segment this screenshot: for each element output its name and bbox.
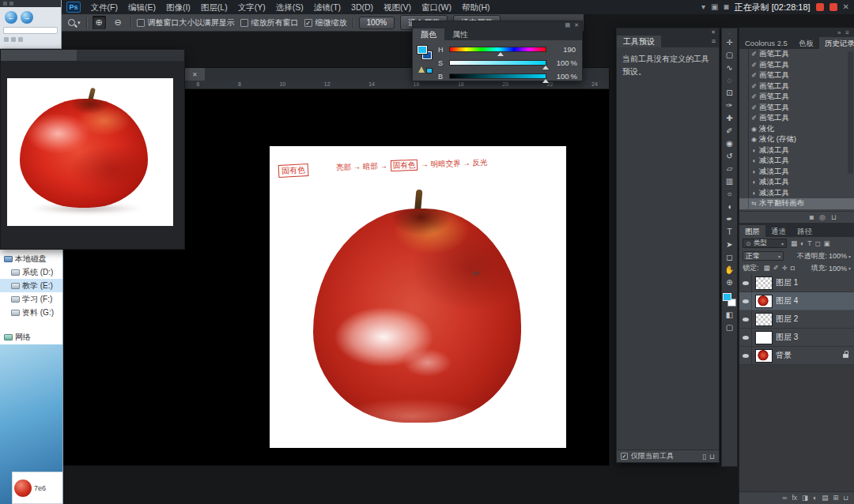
layer-row[interactable]: 图层 1 [739, 274, 854, 292]
eyedropper-tool[interactable]: ✑ [722, 100, 737, 112]
scrollbar[interactable] [848, 51, 853, 174]
camera-icon[interactable]: ◙ [724, 0, 729, 14]
panel-tab[interactable]: 图层 [739, 225, 765, 237]
zoom-out-button[interactable]: ⊖ [111, 16, 125, 29]
close-tab-icon[interactable]: ✕ [192, 71, 198, 78]
history-entry[interactable]: ◉ 液化 (存储) [739, 134, 854, 145]
visibility-toggle[interactable] [739, 329, 752, 346]
blend-mode-select[interactable]: 正常 ▾ [743, 251, 784, 261]
layer-thumbnail[interactable] [755, 313, 773, 326]
layer-thumbnail[interactable] [755, 349, 773, 363]
history-entry[interactable]: ⇆ 水平翻转画布 [739, 198, 854, 209]
history-brush-source[interactable] [741, 167, 749, 178]
lock-all-icon[interactable]: ◘ [791, 265, 795, 272]
filter-shape-layers-icon[interactable]: ◻ [814, 240, 820, 247]
quick-mask-button[interactable]: ◧ [722, 309, 737, 322]
history-entry[interactable]: ◖ 减淡工具 [739, 177, 854, 188]
menu-item[interactable]: 窗口(W) [417, 0, 457, 14]
slider-value[interactable]: 190 [550, 45, 577, 54]
history-entry[interactable]: ✐ 画笔工具 [739, 103, 854, 114]
color-swatches[interactable] [723, 293, 736, 307]
layer-thumbnail[interactable] [755, 276, 773, 290]
zoom-tool-badge[interactable]: ▾ [68, 19, 81, 26]
foreground-color-chip[interactable] [418, 46, 427, 54]
tab-tool-presets[interactable]: 工具预设 [617, 36, 661, 47]
quick-selection-tool[interactable]: ◌ [722, 74, 737, 87]
history-brush-tool[interactable]: ↺ [722, 150, 737, 163]
opacity-control[interactable]: 不透明度: 100% ▾ [796, 251, 851, 261]
panel-dragbar[interactable]: ▤ ✕ [413, 21, 582, 28]
history-brush-source[interactable] [741, 188, 749, 199]
history-entry[interactable]: ◖ 减淡工具 [739, 145, 854, 156]
new-preset-icon[interactable]: ▯ [702, 453, 706, 461]
panel-tab[interactable]: 通道 [765, 225, 792, 237]
filter-adjustment-layers-icon[interactable]: ◐ [800, 240, 804, 247]
rectangular-marquee-tool[interactable]: ▢ [722, 49, 737, 62]
crop-tool[interactable]: ⊡ [722, 87, 737, 100]
reference-doc-tab[interactable] [1, 50, 77, 61]
monitor-icon[interactable]: ▣ [711, 0, 718, 14]
path-selection-tool[interactable]: ➤ [722, 239, 737, 251]
lock-pixels-icon[interactable]: ✐ [773, 265, 779, 272]
new-layer-icon[interactable]: ⊞ [833, 495, 838, 502]
layer-filter-dropdown[interactable]: ⊙ 类型 ▾ [743, 239, 787, 248]
history-brush-source[interactable] [741, 92, 749, 103]
link-layers-icon[interactable]: ∞ [782, 495, 787, 502]
move-tool[interactable]: ✛ [722, 36, 737, 49]
layer-row[interactable]: 图层 4 [739, 292, 854, 310]
history-entry[interactable]: ✐ 画笔工具 [739, 60, 854, 71]
current-tool-only-checkbox[interactable]: ✓ [621, 453, 628, 460]
stop-button[interactable] [829, 3, 837, 11]
history-brush-source[interactable] [741, 198, 749, 209]
new-group-icon[interactable]: ▤ [822, 495, 828, 502]
explorer-item[interactable]: 学习 (F:) [0, 292, 62, 306]
menu-item[interactable]: 文件(F) [85, 0, 123, 14]
panel-list-icon[interactable]: ▤ [565, 21, 571, 28]
fill-control[interactable]: 填充: 100% ▾ [811, 263, 851, 273]
filter-smart-objects-icon[interactable]: ▣ [823, 240, 829, 247]
new-snapshot-icon[interactable]: ◎ [819, 213, 826, 221]
panel-dragbar[interactable]: ✕ [617, 28, 719, 36]
menu-item[interactable]: 3D(D) [346, 0, 379, 14]
slider-track[interactable] [449, 73, 546, 79]
zoom-100-button[interactable]: 100% [359, 17, 395, 29]
history-brush-source[interactable] [741, 49, 749, 60]
panel-tab[interactable]: 历史记录 [819, 37, 854, 49]
history-entry[interactable]: ◖ 减淡工具 [739, 167, 854, 178]
history-brush-source[interactable] [741, 81, 749, 92]
checkbox[interactable] [240, 19, 248, 27]
back-button[interactable]: ← [5, 11, 17, 24]
spot-healing-brush-tool[interactable]: ✚ [722, 112, 737, 125]
explorer-item[interactable]: 教学 (E:) [0, 279, 62, 292]
slider-track[interactable] [449, 60, 546, 66]
layer-row[interactable]: 图层 2 [739, 310, 854, 329]
foreground-color-swatch[interactable] [723, 293, 731, 301]
panel-tab[interactable]: 路径 [792, 225, 818, 237]
hand-tool[interactable]: ✋ [722, 264, 737, 276]
address-bar[interactable] [3, 27, 58, 34]
zoom-tool[interactable]: ⊕ [722, 276, 737, 289]
brush-tool[interactable]: ✐ [722, 125, 737, 137]
panel-menu-icon[interactable]: ≡ [712, 36, 719, 47]
panel-tab[interactable]: 色板 [793, 37, 819, 49]
filter-pixel-layers-icon[interactable]: ▦ [791, 240, 797, 247]
history-entry[interactable]: ✐ 画笔工具 [739, 81, 854, 92]
chevron-down-icon[interactable]: ▾ [701, 0, 705, 14]
layer-row[interactable]: 图层 3 [739, 329, 854, 347]
history-entry[interactable]: ✐ 画笔工具 [739, 70, 854, 81]
layer-row[interactable]: 背景 [739, 347, 854, 365]
scrubby-zoom-checkbox[interactable]: ✓ 细微缩放 [304, 17, 347, 28]
layer-effects-icon[interactable]: fx [792, 495, 797, 502]
rectangle-tool[interactable]: ◻ [722, 251, 737, 264]
visibility-toggle[interactable] [739, 347, 752, 364]
delete-layer-icon[interactable]: ⊔ [843, 495, 848, 502]
slider-value[interactable]: 100% [550, 58, 577, 67]
close-icon[interactable]: ✕ [574, 21, 579, 28]
history-entry[interactable]: ◖ 减淡工具 [739, 156, 854, 167]
history-entry[interactable]: ◉ 液化 [739, 124, 854, 135]
zoom-all-windows-checkbox[interactable]: 缩放所有窗口 [240, 17, 299, 28]
history-brush-source[interactable] [741, 156, 749, 167]
lasso-tool[interactable]: ∿ [722, 62, 737, 74]
gamut-color-swatch[interactable] [426, 68, 433, 73]
delete-history-icon[interactable]: ⊔ [831, 213, 837, 221]
